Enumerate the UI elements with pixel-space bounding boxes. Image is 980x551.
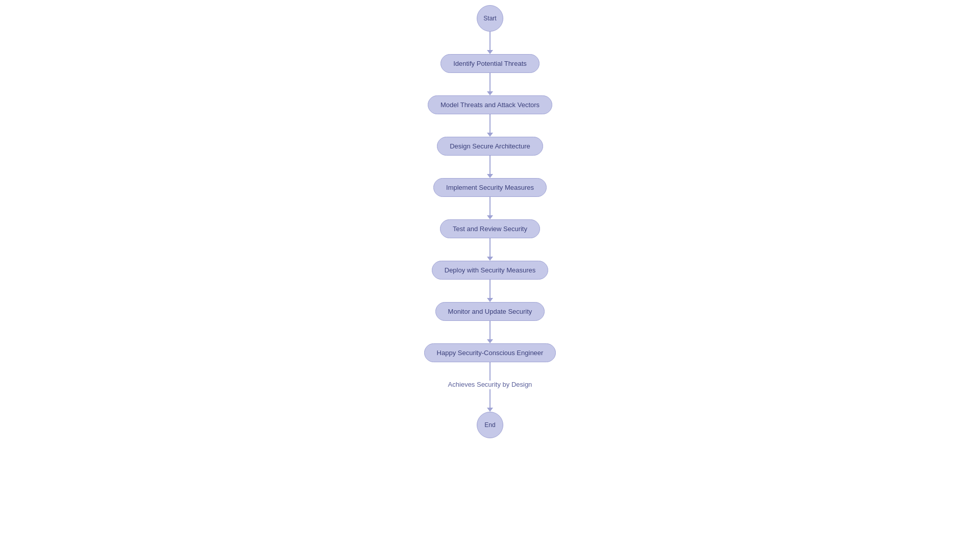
connector-8 — [487, 321, 493, 343]
model-node: Model Threats and Attack Vectors — [428, 95, 552, 114]
connector-9b — [487, 389, 493, 412]
implement-node: Implement Security Measures — [433, 178, 547, 197]
arrow-line — [489, 73, 491, 91]
arrow-head — [487, 91, 493, 95]
connector-5 — [487, 197, 493, 219]
arrow-line — [489, 114, 491, 133]
connector-1 — [487, 32, 493, 54]
flowchart: Start Identify Potential Threats Model T… — [424, 0, 556, 438]
arrow-head — [487, 298, 493, 302]
identify-node: Identify Potential Threats — [440, 54, 540, 73]
test-node: Test and Review Security — [440, 219, 540, 238]
deploy-node: Deploy with Security Measures — [432, 261, 548, 280]
connector-9 — [489, 362, 491, 381]
arrow-line — [489, 32, 491, 50]
arrow-head — [487, 174, 493, 178]
monitor-node: Monitor and Update Security — [435, 302, 545, 321]
arrow-head — [487, 408, 493, 412]
arrow-line — [489, 321, 491, 339]
arrow-head — [487, 133, 493, 137]
arrow-line — [489, 238, 491, 257]
connector-7 — [487, 280, 493, 302]
connector-3 — [487, 114, 493, 137]
end-node: End — [477, 412, 503, 438]
connector-2 — [487, 73, 493, 95]
arrow-line — [489, 280, 491, 298]
arrow-head — [487, 339, 493, 343]
achieves-label: Achieves Security by Design — [448, 381, 532, 388]
connector-4 — [487, 156, 493, 178]
start-node: Start — [477, 5, 503, 32]
arrow-head — [487, 50, 493, 54]
happy-node: Happy Security-Conscious Engineer — [424, 343, 556, 362]
arrow-head — [487, 257, 493, 261]
arrow-line — [489, 389, 491, 408]
arrow-line — [489, 156, 491, 174]
arrow-line — [489, 362, 491, 381]
arrow-head — [487, 215, 493, 219]
design-node: Design Secure Architecture — [437, 137, 543, 156]
connector-6 — [487, 238, 493, 261]
arrow-line — [489, 197, 491, 215]
